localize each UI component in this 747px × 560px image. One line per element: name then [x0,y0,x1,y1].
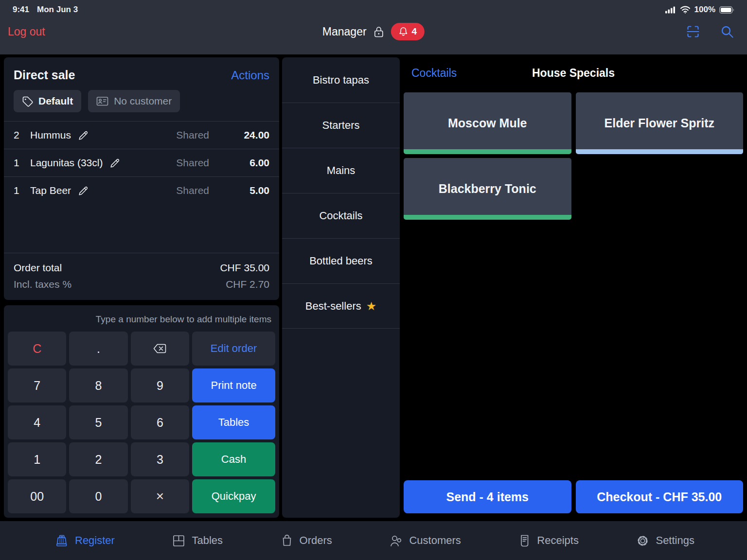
key-backspace[interactable] [131,332,189,366]
item-price: 5.00 [228,185,269,196]
checkout-button[interactable]: Checkout - CHF 35.00 [576,480,744,513]
key-multiply[interactable]: × [131,479,189,513]
cash-button[interactable]: Cash [192,442,275,476]
battery-percentage: 100% [694,5,715,15]
nav-register[interactable]: Register [54,534,115,547]
category-bistro-tapas[interactable]: Bistro tapas [282,57,400,103]
nav-label: Receipts [537,534,579,547]
settings-gear-icon [636,534,649,547]
order-item-row[interactable]: 2 Hummus Shared 24.00 [4,121,279,149]
backspace-icon [153,343,167,354]
notification-count: 4 [412,26,417,37]
item-name: Hummus [30,129,71,141]
key-clear[interactable]: C [8,332,66,366]
category-best-sellers[interactable]: Best-sellers ★ [282,283,400,329]
tile-accent-bar [404,215,571,220]
key-1[interactable]: 1 [8,442,66,476]
key-00[interactable]: 00 [8,479,66,513]
taxes-label: Incl. taxes % [14,279,71,290]
nav-label: Orders [300,534,332,547]
default-tag-label: Default [38,95,73,107]
products-area: House Specials Cocktails Moscow Mule Eld… [404,57,743,518]
lock-icon[interactable] [374,26,384,38]
item-price: 24.00 [228,129,269,141]
quickpay-button[interactable]: Quickpay [192,479,275,513]
wifi-icon [680,6,691,14]
nav-receipts[interactable]: Receipts [518,534,579,547]
search-icon[interactable] [720,24,734,39]
key-3[interactable]: 3 [131,442,189,476]
item-shared-tag: Shared [176,185,209,196]
tables-button[interactable]: Tables [192,405,275,439]
item-quantity: 1 [14,185,26,196]
item-name: Tap Beer [30,185,71,196]
customers-icon [390,534,403,547]
print-note-button[interactable]: Print note [192,368,275,402]
order-totals: Order total CHF 35.00 Incl. taxes % CHF … [4,253,279,300]
keypad-panel: Type a number below to add multiple item… [4,305,279,518]
nav-settings[interactable]: Settings [636,534,694,547]
key-5[interactable]: 5 [69,405,127,439]
key-6[interactable]: 6 [131,405,189,439]
id-card-icon [96,96,108,106]
key-4[interactable]: 4 [8,405,66,439]
receipts-icon [518,534,531,547]
key-7[interactable]: 7 [8,368,66,402]
product-tile-elder-flower-spritz[interactable]: Elder Flower Spritz [576,92,744,154]
nav-orders[interactable]: Orders [281,534,332,547]
default-tag-chip[interactable]: Default [14,90,81,112]
item-name: Lagunitas (33cl) [30,157,103,169]
category-label: Cocktails [319,210,362,222]
star-icon: ★ [366,299,377,313]
category-label: Bistro tapas [313,74,369,87]
edit-pencil-icon[interactable] [109,158,121,169]
item-quantity: 2 [14,129,26,141]
taxes-value: CHF 2.70 [226,279,269,290]
user-label: Manager [322,25,367,38]
key-8[interactable]: 8 [69,368,127,402]
no-customer-chip[interactable]: No customer [88,90,180,112]
item-quantity: 1 [14,157,26,169]
nav-tables[interactable]: Tables [172,534,223,547]
scan-icon[interactable] [686,24,700,39]
order-total-value: CHF 35.00 [220,262,269,274]
key-dot[interactable]: . [69,332,127,366]
category-label: Starters [322,119,359,132]
logout-button[interactable]: Log out [8,25,45,38]
item-shared-tag: Shared [176,157,209,169]
order-item-row[interactable]: 1 Lagunitas (33cl) Shared 6.00 [4,149,279,176]
notification-badge[interactable]: 4 [391,23,425,40]
nav-label: Settings [656,534,694,547]
category-panel: Bistro tapas Starters Mains Cocktails Bo… [282,57,400,518]
edit-order-button[interactable]: Edit order [192,332,275,366]
key-2[interactable]: 2 [69,442,127,476]
nav-label: Register [75,534,115,547]
category-starters[interactable]: Starters [282,103,400,148]
bell-icon [399,27,408,36]
register-icon [54,534,69,547]
no-customer-label: No customer [114,95,172,107]
category-label: Best-sellers [305,300,361,313]
product-tile-moscow-mule[interactable]: Moscow Mule [404,92,571,154]
keypad-hint: Type a number below to add multiple item… [8,308,275,332]
nav-customers[interactable]: Customers [390,534,461,547]
tab-cocktails[interactable]: Cocktails [411,67,457,80]
category-bottled-beers[interactable]: Bottled beers [282,238,400,283]
category-cocktails[interactable]: Cocktails [282,193,400,238]
key-9[interactable]: 9 [131,368,189,402]
category-mains[interactable]: Mains [282,148,400,193]
cellular-signal-icon [665,6,676,14]
key-0[interactable]: 0 [69,479,127,513]
date: Mon Jun 3 [37,5,78,15]
send-button[interactable]: Send - 4 items [404,480,571,513]
order-title: Direct sale [14,68,75,82]
header: 9:41 Mon Jun 3 100% [0,0,747,54]
edit-pencil-icon[interactable] [78,185,89,196]
orders-bag-icon [281,534,293,547]
product-tile-blackberry-tonic[interactable]: Blackberry Tonic [404,158,571,220]
clock: 9:41 [13,5,29,15]
order-item-row[interactable]: 1 Tap Beer Shared 5.00 [4,176,279,204]
actions-button[interactable]: Actions [231,69,269,82]
edit-pencil-icon[interactable] [78,130,89,141]
item-price: 6.00 [228,157,269,169]
